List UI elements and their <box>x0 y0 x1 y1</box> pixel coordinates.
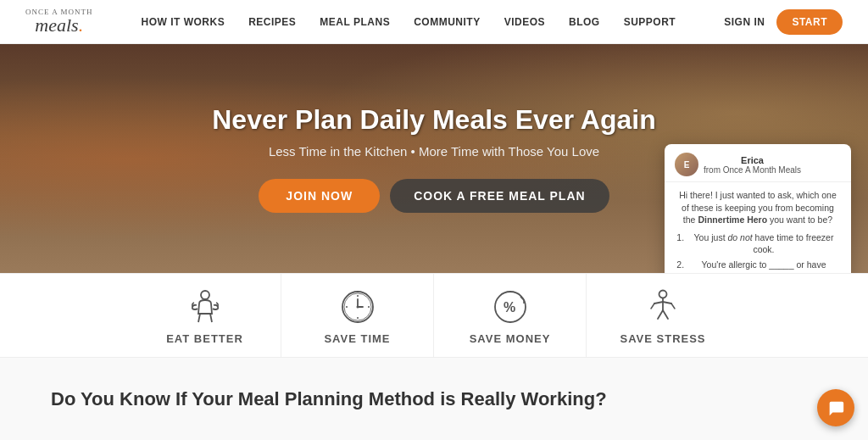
hero-section: Never Plan Daily Meals Ever Again Less T… <box>0 44 868 273</box>
save-time-label: SAVE TIME <box>324 332 390 345</box>
site-header: ONCE A MONTH meals. HOW IT WORKSRECIPESM… <box>0 0 868 44</box>
chat-options-list: You just do not have time to freezer coo… <box>675 231 841 273</box>
chat-avatar: E <box>675 153 698 176</box>
start-button[interactable]: START <box>776 9 843 35</box>
nav-item-meal-plans[interactable]: MEAL PLANS <box>320 16 390 28</box>
nav-item-videos[interactable]: VIDEOS <box>504 16 545 28</box>
chat-sender-org: from Once A Month Meals <box>704 165 801 175</box>
svg-point-0 <box>201 291 209 299</box>
save-stress-label: SAVE STRESS <box>620 332 705 345</box>
bottom-section: Do You Know If Your Meal Planning Method… <box>0 358 868 440</box>
sign-in-link[interactable]: SIGN IN <box>724 16 765 28</box>
cook-free-plan-button[interactable]: COOK A FREE MEAL PLAN <box>390 179 609 213</box>
feature-eat-better: EAT BETTER <box>129 274 281 357</box>
chat-popup: E Erica from Once A Month Meals Hi there… <box>665 144 851 273</box>
chat-sender-info: Erica from Once A Month Meals <box>704 155 801 175</box>
chat-bubble-button[interactable] <box>817 389 854 426</box>
save-money-label: SAVE MONEY <box>470 332 551 345</box>
nav-item-blog[interactable]: BLOG <box>569 16 600 28</box>
join-now-button[interactable]: JOIN NOW <box>259 179 380 213</box>
feature-save-stress: SAVE STRESS <box>587 274 739 357</box>
nav-item-recipes[interactable]: RECIPES <box>248 16 296 28</box>
svg-text:%: % <box>504 300 515 315</box>
logo[interactable]: ONCE A MONTH meals. <box>25 8 93 35</box>
save-time-icon <box>337 287 378 327</box>
feature-save-time: SAVE TIME <box>281 274 434 357</box>
main-nav: HOW IT WORKSRECIPESMEAL PLANSCOMMUNITYVI… <box>142 16 676 28</box>
nav-item-how-it-works[interactable]: HOW IT WORKS <box>142 16 225 28</box>
save-stress-icon <box>643 287 683 327</box>
hero-subtitle: Less Time in the Kitchen • More Time wit… <box>212 144 656 159</box>
chat-body: Hi there! I just wanted to ask, which on… <box>665 182 851 273</box>
logo-meals-text: meals. <box>35 16 83 35</box>
eat-better-icon <box>185 287 225 327</box>
svg-point-12 <box>659 290 667 298</box>
svg-point-9 <box>356 305 359 308</box>
hero-content: Never Plan Daily Meals Ever Again Less T… <box>212 104 656 213</box>
nav-item-support[interactable]: SUPPORT <box>624 16 676 28</box>
chat-header: E Erica from Once A Month Meals <box>665 144 851 182</box>
hero-title: Never Plan Daily Meals Ever Again <box>212 104 656 136</box>
chat-option-2: You're allergic to _____ or have special… <box>687 259 841 273</box>
bottom-title: Do You Know If Your Meal Planning Method… <box>51 388 607 410</box>
save-money-icon: % <box>490 287 531 327</box>
chat-option-1: You just do not have time to freezer coo… <box>687 231 841 255</box>
eat-better-label: EAT BETTER <box>166 332 243 345</box>
chat-sender-name: Erica <box>704 155 801 165</box>
nav-item-community[interactable]: COMMUNITY <box>414 16 481 28</box>
chat-bold-phrase: Dinnertime Hero <box>698 214 767 225</box>
chat-greeting: Hi there! I just wanted to ask, which on… <box>675 189 841 226</box>
feature-save-money: % SAVE MONEY <box>434 274 587 357</box>
header-actions: SIGN IN START <box>724 9 843 35</box>
features-strip: EAT BETTER SAVE TIME % <box>0 273 868 358</box>
hero-buttons: JOIN NOW COOK A FREE MEAL PLAN <box>212 179 656 213</box>
